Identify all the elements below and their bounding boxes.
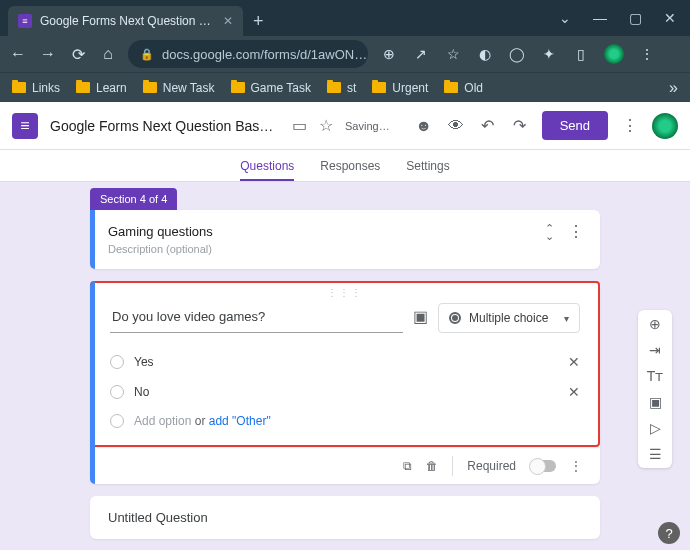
collapse-icon[interactable]: ⌃⌄ [545,224,554,240]
bookmark-folder[interactable]: Old [444,81,483,95]
extensions-icon[interactable]: ✦ [540,45,558,63]
question-type-label: Multiple choice [469,311,548,325]
star-icon[interactable]: ☆ [319,116,333,135]
bookmark-folder[interactable]: Links [12,81,60,95]
zoom-icon[interactable]: ⊕ [380,45,398,63]
folder-icon [76,82,90,93]
question-more-icon[interactable]: ⋮ [570,459,582,473]
question-input[interactable] [110,303,403,333]
add-image-icon[interactable]: ▣ [413,307,428,326]
section-title[interactable]: Gaming questions [108,224,582,239]
question-card[interactable]: ⋮⋮⋮ ▣ Multiple choice ▾ Yes ✕ [90,281,600,484]
url-text: docs.google.com/forms/d/1awON… [162,47,367,62]
bookmarks-bar: Links Learn New Task Game Task st Urgent… [0,72,690,102]
help-icon[interactable]: ? [658,522,680,544]
chrome-menu-icon[interactable]: ⋮ [638,45,656,63]
add-question-icon[interactable]: ⊕ [649,316,661,332]
option-radio-icon [110,355,124,369]
undo-icon[interactable]: ↶ [478,116,498,135]
home-icon[interactable]: ⌂ [100,46,116,62]
forms-tabs: Questions Responses Settings [0,150,690,182]
forms-menu-icon[interactable]: ⋮ [620,116,640,135]
bookmark-folder[interactable]: Learn [76,81,127,95]
bookmark-folder[interactable]: Urgent [372,81,428,95]
bookmark-folder[interactable]: Game Task [231,81,311,95]
bookmarks-overflow-icon[interactable]: » [669,79,678,97]
bookmark-label: Links [32,81,60,95]
ext2-icon[interactable]: ◯ [508,45,526,63]
remove-option-icon[interactable]: ✕ [568,384,580,400]
required-toggle[interactable] [530,460,556,472]
chevron-down-icon: ▾ [564,313,569,324]
bookmark-folder[interactable]: New Task [143,81,215,95]
window-maximize-icon[interactable]: ▢ [629,10,642,26]
move-folder-icon[interactable]: ▭ [292,116,307,135]
bookmark-label: Old [464,81,483,95]
option-radio-icon [110,414,124,428]
option-label[interactable]: Yes [134,355,558,369]
workspace: Section 4 of 4 Gaming questions Descript… [0,182,690,550]
redo-icon[interactable]: ↷ [510,116,530,135]
ext1-icon[interactable]: ◐ [476,45,494,63]
add-option-link[interactable]: Add option [134,414,191,428]
question-footer: ⧉ 🗑 Required ⋮ [90,447,600,484]
add-section-icon[interactable]: ☰ [649,446,662,462]
forward-icon[interactable]: → [40,46,56,62]
addon-icon[interactable]: ☻ [414,117,434,135]
option-radio-icon [110,385,124,399]
share-icon[interactable]: ↗ [412,45,430,63]
question-type-dropdown[interactable]: Multiple choice ▾ [438,303,580,333]
new-tab-button[interactable]: + [253,11,264,32]
bookmark-folder[interactable]: st [327,81,356,95]
drag-handle-icon[interactable]: ⋮⋮⋮ [110,289,580,297]
tab-favicon: ≡ [18,14,32,28]
browser-tab[interactable]: ≡ Google Forms Next Question Bas ✕ [8,6,243,36]
window-minimize-icon[interactable]: ― [593,10,607,26]
separator [452,456,453,476]
option-row[interactable]: Yes ✕ [110,347,580,377]
add-other-link[interactable]: add "Other" [209,414,271,428]
section-description[interactable]: Description (optional) [108,243,582,255]
forms-logo-icon[interactable]: ≡ [12,113,38,139]
tab-close-icon[interactable]: ✕ [223,14,233,28]
send-button[interactable]: Send [542,111,608,140]
remove-option-icon[interactable]: ✕ [568,354,580,370]
add-video-icon[interactable]: ▷ [650,420,661,436]
untitled-question-card[interactable]: Untitled Question [90,496,600,539]
section-more-icon[interactable]: ⋮ [568,222,584,241]
add-title-icon[interactable]: Tᴛ [647,368,664,384]
add-option-row: Add option or add "Other" [110,407,580,435]
folder-icon [12,82,26,93]
form-title[interactable]: Google Forms Next Question Based on [50,118,280,134]
folder-icon [372,82,386,93]
tab-settings[interactable]: Settings [406,159,449,181]
preview-icon[interactable]: 👁 [446,117,466,135]
folder-icon [327,82,341,93]
tab-responses[interactable]: Responses [320,159,380,181]
duplicate-icon[interactable]: ⧉ [403,459,412,473]
profile-avatar[interactable] [604,44,624,64]
floating-toolbar: ⊕ ⇥ Tᴛ ▣ ▷ ☰ [638,310,672,468]
bookmark-label: st [347,81,356,95]
back-icon[interactable]: ← [10,46,26,62]
bookmark-star-icon[interactable]: ☆ [444,45,462,63]
tab-questions[interactable]: Questions [240,159,294,181]
or-text: or [195,414,206,428]
untitled-question-title[interactable]: Untitled Question [108,510,582,525]
nav-buttons: ← → ⟳ ⌂ [10,46,116,62]
required-label: Required [467,459,516,473]
section-chip: Section 4 of 4 [90,188,177,210]
bookmark-label: Game Task [251,81,311,95]
option-row[interactable]: No ✕ [110,377,580,407]
delete-icon[interactable]: 🗑 [426,459,438,473]
reload-icon[interactable]: ⟳ [70,46,86,62]
add-image-icon[interactable]: ▣ [649,394,662,410]
omnibox[interactable]: 🔒 docs.google.com/forms/d/1awON… [128,40,368,68]
option-label[interactable]: No [134,385,558,399]
panel-icon[interactable]: ▯ [572,45,590,63]
account-avatar[interactable] [652,113,678,139]
window-caret-icon[interactable]: ⌄ [559,10,571,26]
section-header-card[interactable]: Gaming questions Description (optional) … [90,210,600,269]
import-questions-icon[interactable]: ⇥ [649,342,661,358]
window-close-icon[interactable]: ✕ [664,10,676,26]
